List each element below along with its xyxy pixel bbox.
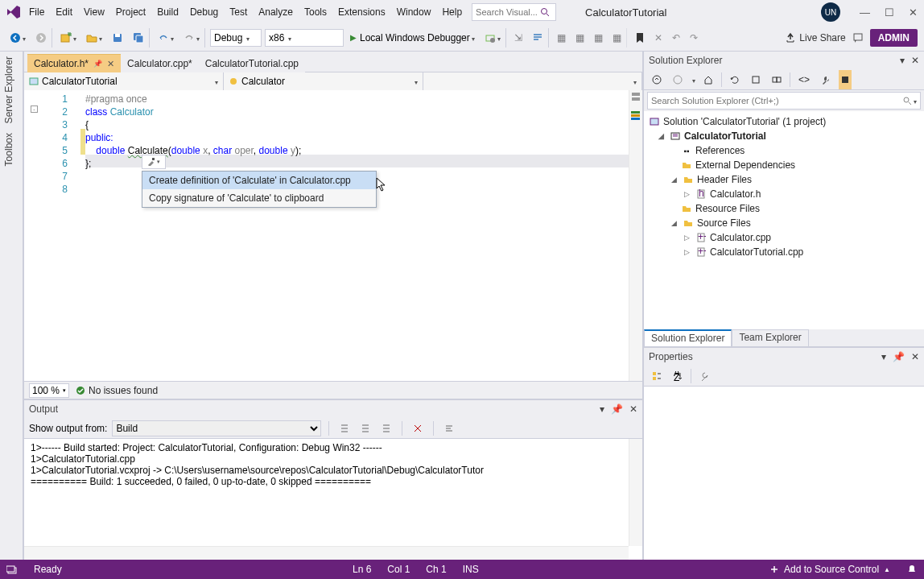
menu-create-definition[interactable]: Create definition of 'Calculate' in Calc… [142,172,376,189]
start-debug-button[interactable]: Local Windows Debugger [347,28,478,48]
panel-dropdown-icon[interactable]: ▾ [881,351,886,362]
references-node[interactable]: References [695,145,745,156]
toolbar-btn-5[interactable]: ✕ [651,28,666,48]
expand-icon[interactable]: ▷ [684,248,692,256]
status-col[interactable]: Col 1 [387,564,410,575]
nav-project-combo[interactable]: CalculatorTutorial [24,72,224,90]
editor-tab-calculator-cpp[interactable]: Calculator.cpp* [121,54,199,72]
add-source-control-button[interactable]: Add to Source Control ▲ [769,564,890,575]
solution-platform-combo[interactable]: x86 [265,29,344,47]
panel-dropdown-icon[interactable]: ▾ [600,403,604,415]
solution-config-combo[interactable]: Debug [210,29,262,47]
calculator-h-node[interactable]: Calculator.h [710,188,761,200]
toolbar-btn-6[interactable]: ↶ [669,28,683,48]
user-avatar[interactable]: UN [821,2,840,22]
quick-launch-search[interactable] [472,3,556,21]
outline-collapse-icon[interactable]: - [31,105,38,113]
new-project-button[interactable] [57,28,80,48]
props-alphabetical-button[interactable]: AZ [670,366,686,386]
sln-home-button[interactable] [649,70,665,89]
pin-icon[interactable]: 📌 [93,60,102,68]
output-text[interactable]: 1>------ Build started: Project: Calcula… [24,439,642,560]
menu-window[interactable]: Window [397,6,431,18]
tab-solution-explorer[interactable]: Solution Explorer [644,329,732,346]
props-categorized-button[interactable] [649,366,665,386]
expand-icon[interactable]: ◢ [671,219,679,227]
menu-view[interactable]: View [84,6,105,18]
nav-forward-button[interactable] [32,28,52,48]
quick-actions-lightbulb[interactable]: ▾ [142,155,166,169]
output-source-combo[interactable]: Build [112,420,321,436]
undo-button[interactable] [155,28,177,48]
pin-icon[interactable]: 📌 [611,403,623,415]
sln-back-button[interactable] [670,70,686,89]
toolbar-btn-1[interactable]: ▦ [554,28,569,48]
menu-analyze[interactable]: Analyze [258,6,293,18]
expand-icon[interactable]: ◢ [658,132,666,140]
toolbar-btn-3[interactable]: ▦ [591,28,606,48]
window-maximize-button[interactable]: ☐ [885,6,894,19]
menu-project[interactable]: Project [116,6,146,18]
menu-help[interactable]: Help [442,6,462,18]
notifications-icon[interactable] [906,564,918,575]
expand-icon[interactable]: ◢ [671,176,679,184]
menu-tools[interactable]: Tools [304,6,327,18]
save-all-button[interactable] [130,28,150,48]
output-horizontal-scrollbar[interactable] [24,546,629,560]
close-icon[interactable]: ✕ [911,55,919,66]
output-clear-button[interactable] [410,419,426,438]
nav-member-combo[interactable] [423,72,642,90]
chevron-down-icon[interactable] [691,74,695,85]
menu-test[interactable]: Test [229,6,247,18]
sln-preview-button[interactable] [839,70,852,89]
quick-launch-input[interactable] [476,7,540,17]
tutorial-cpp-node[interactable]: CalculatorTutorial.cpp [710,246,803,258]
zoom-combo[interactable]: 100 %▾ [29,383,69,398]
status-ch[interactable]: Ch 1 [426,564,446,575]
feedback-button[interactable] [849,28,867,48]
menu-extensions[interactable]: Extensions [338,6,386,18]
menu-debug[interactable]: Debug [190,6,218,18]
issues-indicator[interactable]: No issues found [76,385,158,396]
tab-team-explorer[interactable]: Team Explorer [732,329,808,346]
expand-icon[interactable]: ▷ [684,234,692,242]
properties-grid[interactable] [644,387,924,560]
nav-back-button[interactable] [6,28,29,48]
output-wrap-button[interactable] [441,419,457,438]
output-btn-3[interactable] [378,419,394,438]
code-editor[interactable]: 1 2 3 4 5 6 7 8 -#pragma once class Calc… [24,90,642,381]
sln-collapse-button[interactable] [748,70,764,89]
open-file-button[interactable] [83,28,105,48]
debug-props-button[interactable] [481,28,506,48]
bookmark-button[interactable] [632,28,648,48]
close-icon[interactable]: ✕ [107,59,114,69]
external-deps-node[interactable]: External Dependencies [695,159,795,171]
toolbar-btn-7[interactable]: ↷ [687,28,701,48]
menu-file[interactable]: File [29,6,44,18]
editor-tab-calculator-h[interactable]: Calculator.h* 📌 ✕ [27,54,121,72]
toolbox-tab[interactable]: Toolbox [0,128,23,171]
window-close-button[interactable]: ✕ [909,6,918,19]
window-minimize-button[interactable]: — [860,6,870,19]
calculator-cpp-node[interactable]: Calculator.cpp [710,232,771,243]
sln-properties-button[interactable] [818,70,834,89]
toolbar-btn-2[interactable]: ▦ [572,28,588,48]
editor-vertical-scrollbar[interactable] [629,90,642,381]
editor-tab-tutorial-cpp[interactable]: CalculatorTutorial.cpp [199,54,305,72]
solution-explorer-search-input[interactable] [651,96,903,105]
sln-code-button[interactable]: <> [795,70,813,89]
nav-class-combo[interactable]: Calculator [224,72,423,90]
output-btn-1[interactable] [336,419,353,438]
status-line[interactable]: Ln 6 [353,564,371,575]
expand-icon[interactable]: ▷ [684,190,692,198]
server-explorer-tab[interactable]: Server Explorer [0,52,23,128]
sln-home-icon[interactable] [700,70,716,89]
step-into-button[interactable]: ⇲ [511,28,526,48]
redo-button[interactable] [180,28,205,48]
close-icon[interactable]: ✕ [911,351,919,362]
code-text-area[interactable]: -#pragma once class Calculator { public:… [85,90,642,381]
chevron-down-icon[interactable] [912,95,917,106]
sln-showall-button[interactable] [769,70,785,89]
menu-copy-signature[interactable]: Copy signature of 'Calculate' to clipboa… [142,189,376,207]
solution-explorer-tree[interactable]: Solution 'CalculatorTutorial' (1 project… [644,111,924,329]
